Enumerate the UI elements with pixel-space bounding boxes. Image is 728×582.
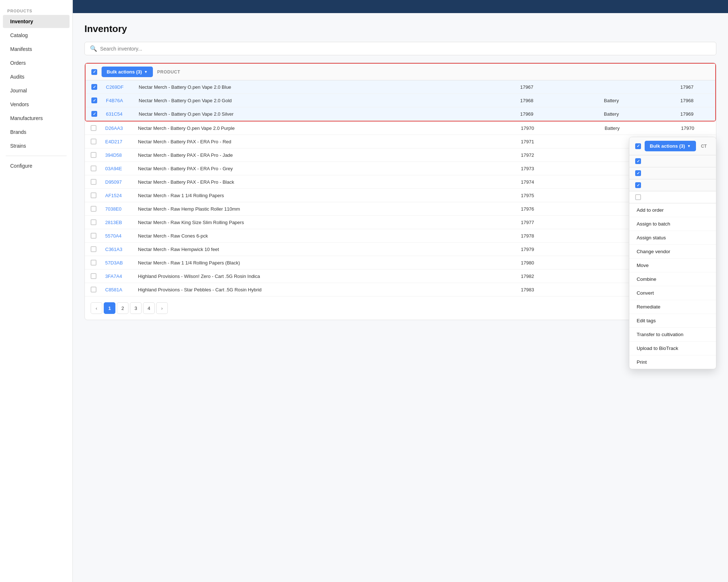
chevron-down-icon: ▼	[687, 144, 691, 148]
table-row: 631C54 Nectar Merch - Battery O.pen Vape…	[86, 107, 715, 121]
dropdown-row2-checkbox[interactable]	[635, 170, 641, 176]
package-id-link[interactable]: 631C54	[106, 111, 139, 117]
bulk-actions-button[interactable]: Bulk actions (3) ▼	[102, 67, 153, 77]
page-4-button[interactable]: 4	[143, 302, 155, 314]
package-number: 17982	[521, 274, 568, 279]
sidebar-item-manufacturers[interactable]: Manufacturers	[3, 112, 70, 125]
page-1-button[interactable]: 1	[104, 302, 115, 314]
chevron-down-icon: ▼	[144, 70, 148, 74]
dropdown-bulk-button[interactable]: Bulk actions (3) ▼	[645, 141, 696, 151]
dropdown-item-add-to-order[interactable]: Add to order	[629, 203, 716, 217]
package-id-link[interactable]: C361A3	[105, 247, 138, 252]
table-row: 3FA7A4 Highland Provisions - Wilson! Zer…	[85, 270, 716, 283]
dropdown-item-transfer-to-cultivation[interactable]: Transfer to cultivation	[629, 328, 716, 342]
product-name: Nectar Merch - Raw 1 1/4 Rolling Papers …	[138, 260, 521, 266]
sidebar: PRODUCTS Inventory Catalog Manifests Ord…	[0, 0, 73, 582]
dropdown-header: Bulk actions (3) ▼ CT	[629, 137, 716, 155]
sidebar-item-orders[interactable]: Orders	[3, 56, 70, 69]
dropdown-item-edit-tags[interactable]: Edit tags	[629, 314, 716, 328]
row-checkbox[interactable]	[91, 179, 96, 185]
table-row: 7038E0 Nectar Merch - Raw Hemp Plastic R…	[85, 202, 716, 216]
package-number: 17975	[521, 193, 568, 198]
dropdown-item-upload-to-biotrack[interactable]: Upload to BioTrack	[629, 342, 716, 355]
package-id-link[interactable]: AF1524	[105, 193, 138, 198]
sidebar-item-strains[interactable]: Strains	[3, 139, 70, 152]
row-checkbox[interactable]	[91, 192, 96, 198]
dropdown-row1-checkbox[interactable]	[635, 158, 641, 164]
table-row: C8581A Highland Provisions - Star Pebble…	[85, 283, 716, 296]
row-checkbox[interactable]	[91, 233, 96, 239]
product-name: Nectar Merch - Battery PAX - ERA Pro - G…	[138, 166, 521, 171]
row-checkbox[interactable]	[91, 287, 96, 292]
table-row: F4B76A Nectar Merch - Battery O.pen Vape…	[86, 94, 715, 107]
sidebar-divider	[6, 156, 67, 156]
dropdown-item-print[interactable]: Print	[629, 355, 716, 369]
search-bar: 🔍	[84, 42, 716, 55]
package-id-link[interactable]: F4B76A	[106, 98, 139, 103]
sidebar-item-audits[interactable]: Audits	[3, 70, 70, 83]
dropdown-item-assign-status[interactable]: Assign status	[629, 231, 716, 245]
sidebar-item-vendors[interactable]: Vendors	[3, 98, 70, 111]
package-id-link[interactable]: 57D3AB	[105, 260, 138, 266]
package-number: 17974	[521, 179, 568, 185]
dropdown-item-assign-to-batch[interactable]: Assign to batch	[629, 217, 716, 231]
sidebar-item-journal[interactable]: Journal	[3, 84, 70, 97]
package-id-link[interactable]: 03A94E	[105, 166, 138, 171]
package-id-link[interactable]: 2813EB	[105, 220, 138, 225]
sidebar-item-brands[interactable]: Brands	[3, 125, 70, 139]
prev-page-button[interactable]: ‹	[91, 302, 102, 314]
search-input[interactable]	[100, 46, 711, 52]
package-id-link[interactable]: 394D58	[105, 152, 138, 158]
table-row: 394D58 Nectar Merch - Battery PAX - ERA …	[85, 148, 716, 162]
next-page-button[interactable]: ›	[156, 302, 168, 314]
row-checkbox[interactable]	[91, 125, 96, 131]
product-name: Highland Provisions - Star Pebbles - Car…	[138, 287, 521, 292]
main-area: Inventory 🔍 Bulk actions (3) ▼ PRODUCT	[73, 0, 728, 582]
table-row: AF1524 Nectar Merch - Raw 1 1/4 Rolling …	[85, 189, 716, 202]
row-checkbox[interactable]	[91, 152, 96, 158]
package-number: 17969	[520, 111, 567, 117]
package-number: 17979	[521, 247, 568, 252]
dropdown-item-remediate[interactable]: Remediate	[629, 300, 716, 314]
batch: 17968	[680, 98, 709, 103]
dropdown-checkbox[interactable]	[635, 143, 641, 149]
sidebar-item-manifests[interactable]: Manifests	[3, 43, 70, 56]
page-3-button[interactable]: 3	[130, 302, 142, 314]
sidebar-item-configure[interactable]: Configure	[3, 159, 70, 172]
table-row: C269DF Nectar Merch - Battery O.pen Vape…	[86, 80, 715, 94]
row-checkbox[interactable]	[91, 97, 97, 103]
package-id-link[interactable]: C269DF	[106, 84, 139, 90]
package-number: 17967	[520, 84, 567, 90]
package-id-link[interactable]: 7038E0	[105, 206, 138, 212]
page-2-button[interactable]: 2	[117, 302, 128, 314]
package-id-link[interactable]: C8581A	[105, 287, 138, 292]
row-checkbox[interactable]	[91, 219, 96, 225]
package-number: 17973	[521, 166, 568, 171]
package-id-link[interactable]: 3FA7A4	[105, 274, 138, 279]
package-id-link[interactable]: E4D217	[105, 139, 138, 144]
package-number: 17968	[520, 98, 567, 103]
dropdown-row4-checkbox[interactable]	[635, 194, 641, 200]
row-checkbox[interactable]	[91, 273, 96, 279]
dropdown-item-combine[interactable]: Combine	[629, 272, 716, 286]
package-id-link[interactable]: D26AA3	[105, 125, 138, 131]
dropdown-row3-checkbox[interactable]	[635, 182, 641, 188]
dropdown-item-change-vendor[interactable]: Change vendor	[629, 245, 716, 259]
row-checkbox[interactable]	[91, 246, 96, 252]
row-checkbox[interactable]	[91, 84, 97, 90]
sidebar-item-catalog[interactable]: Catalog	[3, 29, 70, 42]
row-checkbox[interactable]	[91, 260, 96, 266]
package-id-link[interactable]: D95097	[105, 179, 138, 185]
row-checkbox[interactable]	[91, 166, 96, 171]
search-icon: 🔍	[90, 45, 97, 52]
row-checkbox[interactable]	[91, 139, 96, 144]
category: Battery	[605, 125, 652, 131]
package-id-link[interactable]: 5570A4	[105, 233, 138, 239]
dropdown-item-convert[interactable]: Convert	[629, 286, 716, 300]
dropdown-item-move[interactable]: Move	[629, 259, 716, 272]
select-all-checkbox[interactable]	[91, 69, 97, 75]
sidebar-item-inventory[interactable]: Inventory	[3, 15, 70, 28]
product-name: Nectar Merch - Battery PAX - ERA Pro - B…	[138, 179, 521, 185]
row-checkbox[interactable]	[91, 206, 96, 212]
row-checkbox[interactable]	[91, 111, 97, 117]
